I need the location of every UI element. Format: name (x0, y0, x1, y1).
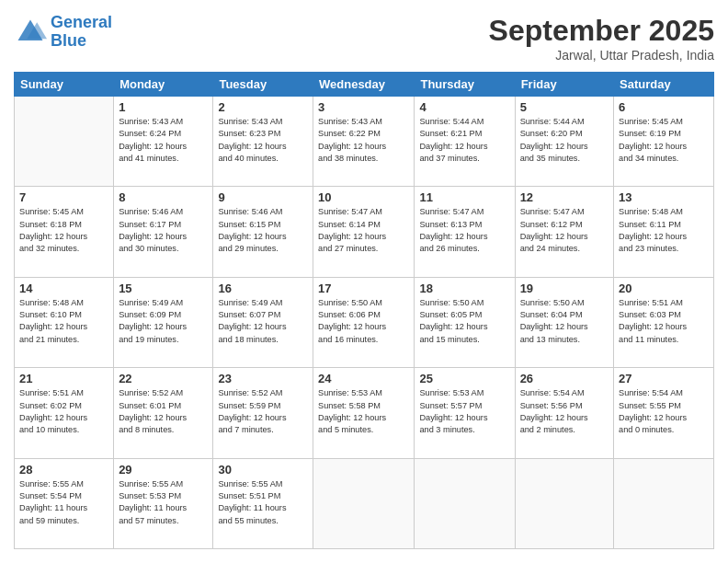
day-number: 6 (619, 100, 709, 114)
day-info: Sunrise: 5:49 AMSunset: 6:09 PMDaylight:… (119, 297, 208, 346)
calendar-cell: 29Sunrise: 5:55 AMSunset: 5:53 PMDayligh… (114, 458, 213, 548)
day-number: 22 (119, 372, 208, 385)
day-info: Sunrise: 5:55 AMSunset: 5:51 PMDaylight:… (218, 478, 308, 527)
calendar-cell: 21Sunrise: 5:51 AMSunset: 6:02 PMDayligh… (15, 368, 114, 458)
calendar-cell: 23Sunrise: 5:52 AMSunset: 5:59 PMDayligh… (213, 368, 313, 458)
day-info: Sunrise: 5:54 AMSunset: 5:56 PMDaylight:… (520, 387, 609, 436)
day-info: Sunrise: 5:47 AMSunset: 6:12 PMDaylight:… (520, 206, 609, 255)
day-info: Sunrise: 5:43 AMSunset: 6:22 PMDaylight:… (318, 116, 409, 165)
day-info: Sunrise: 5:50 AMSunset: 6:05 PMDaylight:… (419, 297, 509, 346)
week-row-2: 7Sunrise: 5:45 AMSunset: 6:18 PMDaylight… (15, 187, 714, 277)
calendar-cell: 26Sunrise: 5:54 AMSunset: 5:56 PMDayligh… (515, 368, 613, 458)
calendar-cell: 18Sunrise: 5:50 AMSunset: 6:05 PMDayligh… (415, 277, 515, 367)
calendar-cell: 17Sunrise: 5:50 AMSunset: 6:06 PMDayligh… (313, 277, 415, 367)
day-info: Sunrise: 5:52 AMSunset: 6:01 PMDaylight:… (119, 387, 208, 436)
calendar-cell: 6Sunrise: 5:45 AMSunset: 6:19 PMDaylight… (614, 97, 714, 187)
day-info: Sunrise: 5:46 AMSunset: 6:17 PMDaylight:… (119, 206, 208, 255)
calendar-cell: 2Sunrise: 5:43 AMSunset: 6:23 PMDaylight… (213, 97, 313, 187)
logo: General Blue (14, 14, 112, 51)
calendar-cell: 3Sunrise: 5:43 AMSunset: 6:22 PMDaylight… (313, 97, 415, 187)
calendar-cell (313, 458, 415, 548)
calendar-cell: 9Sunrise: 5:46 AMSunset: 6:15 PMDaylight… (213, 187, 313, 277)
calendar-cell: 19Sunrise: 5:50 AMSunset: 6:04 PMDayligh… (515, 277, 613, 367)
day-info: Sunrise: 5:43 AMSunset: 6:24 PMDaylight:… (119, 116, 208, 165)
day-number: 1 (119, 100, 208, 114)
day-number: 29 (119, 463, 208, 477)
day-number: 3 (318, 100, 409, 114)
calendar-body: 1Sunrise: 5:43 AMSunset: 6:24 PMDaylight… (15, 97, 714, 549)
day-number: 21 (19, 372, 108, 385)
weekday-saturday: Saturday (614, 73, 714, 97)
day-info: Sunrise: 5:44 AMSunset: 6:20 PMDaylight:… (520, 116, 609, 165)
weekday-header: SundayMondayTuesdayWednesdayThursdayFrid… (15, 73, 714, 97)
day-info: Sunrise: 5:52 AMSunset: 5:59 PMDaylight:… (218, 387, 308, 436)
calendar-cell: 16Sunrise: 5:49 AMSunset: 6:07 PMDayligh… (213, 277, 313, 367)
weekday-sunday: Sunday (15, 73, 114, 97)
calendar-cell (415, 458, 515, 548)
day-number: 24 (318, 372, 409, 385)
day-info: Sunrise: 5:51 AMSunset: 6:02 PMDaylight:… (19, 387, 108, 436)
day-number: 2 (218, 100, 308, 114)
header: General Blue September 2025 Jarwal, Utta… (14, 14, 714, 63)
day-info: Sunrise: 5:50 AMSunset: 6:04 PMDaylight:… (520, 297, 609, 346)
weekday-tuesday: Tuesday (213, 73, 313, 97)
day-info: Sunrise: 5:49 AMSunset: 6:07 PMDaylight:… (218, 297, 308, 346)
day-number: 15 (119, 282, 208, 295)
day-number: 10 (318, 190, 409, 204)
weekday-friday: Friday (515, 73, 613, 97)
day-info: Sunrise: 5:48 AMSunset: 6:10 PMDaylight:… (19, 297, 108, 346)
logo-icon (14, 16, 47, 49)
day-number: 11 (419, 190, 509, 204)
calendar-cell (15, 97, 114, 187)
month-title: September 2025 (489, 14, 714, 48)
day-number: 4 (419, 100, 509, 114)
week-row-1: 1Sunrise: 5:43 AMSunset: 6:24 PMDaylight… (15, 97, 714, 187)
calendar-cell: 1Sunrise: 5:43 AMSunset: 6:24 PMDaylight… (114, 97, 213, 187)
calendar-cell: 24Sunrise: 5:53 AMSunset: 5:58 PMDayligh… (313, 368, 415, 458)
day-info: Sunrise: 5:48 AMSunset: 6:11 PMDaylight:… (619, 206, 709, 255)
day-info: Sunrise: 5:47 AMSunset: 6:14 PMDaylight:… (318, 206, 409, 255)
title-block: September 2025 Jarwal, Uttar Pradesh, In… (489, 14, 714, 63)
calendar-cell (515, 458, 613, 548)
day-number: 9 (218, 190, 308, 204)
day-info: Sunrise: 5:46 AMSunset: 6:15 PMDaylight:… (218, 206, 308, 255)
calendar-cell (614, 458, 714, 548)
day-number: 28 (19, 463, 108, 477)
day-info: Sunrise: 5:55 AMSunset: 5:54 PMDaylight:… (19, 478, 108, 527)
calendar-cell: 15Sunrise: 5:49 AMSunset: 6:09 PMDayligh… (114, 277, 213, 367)
week-row-4: 21Sunrise: 5:51 AMSunset: 6:02 PMDayligh… (15, 368, 714, 458)
calendar-cell: 4Sunrise: 5:44 AMSunset: 6:21 PMDaylight… (415, 97, 515, 187)
weekday-wednesday: Wednesday (313, 73, 415, 97)
day-number: 26 (520, 372, 609, 385)
day-number: 30 (218, 463, 308, 477)
day-number: 20 (619, 282, 709, 295)
calendar-cell: 13Sunrise: 5:48 AMSunset: 6:11 PMDayligh… (614, 187, 714, 277)
calendar-cell: 30Sunrise: 5:55 AMSunset: 5:51 PMDayligh… (213, 458, 313, 548)
weekday-monday: Monday (114, 73, 213, 97)
day-info: Sunrise: 5:53 AMSunset: 5:58 PMDaylight:… (318, 387, 409, 436)
calendar-cell: 25Sunrise: 5:53 AMSunset: 5:57 PMDayligh… (415, 368, 515, 458)
day-number: 23 (218, 372, 308, 385)
day-info: Sunrise: 5:45 AMSunset: 6:19 PMDaylight:… (619, 116, 709, 165)
day-number: 8 (119, 190, 208, 204)
day-info: Sunrise: 5:47 AMSunset: 6:13 PMDaylight:… (419, 206, 509, 255)
day-info: Sunrise: 5:51 AMSunset: 6:03 PMDaylight:… (619, 297, 709, 346)
day-info: Sunrise: 5:45 AMSunset: 6:18 PMDaylight:… (19, 206, 108, 255)
calendar: SundayMondayTuesdayWednesdayThursdayFrid… (14, 72, 714, 549)
calendar-cell: 8Sunrise: 5:46 AMSunset: 6:17 PMDaylight… (114, 187, 213, 277)
day-number: 7 (19, 190, 108, 204)
calendar-cell: 11Sunrise: 5:47 AMSunset: 6:13 PMDayligh… (415, 187, 515, 277)
week-row-5: 28Sunrise: 5:55 AMSunset: 5:54 PMDayligh… (15, 458, 714, 548)
calendar-cell: 22Sunrise: 5:52 AMSunset: 6:01 PMDayligh… (114, 368, 213, 458)
day-number: 19 (520, 282, 609, 295)
day-number: 18 (419, 282, 509, 295)
day-info: Sunrise: 5:54 AMSunset: 5:55 PMDaylight:… (619, 387, 709, 436)
day-number: 5 (520, 100, 609, 114)
day-info: Sunrise: 5:50 AMSunset: 6:06 PMDaylight:… (318, 297, 409, 346)
week-row-3: 14Sunrise: 5:48 AMSunset: 6:10 PMDayligh… (15, 277, 714, 367)
calendar-cell: 27Sunrise: 5:54 AMSunset: 5:55 PMDayligh… (614, 368, 714, 458)
day-number: 12 (520, 190, 609, 204)
day-info: Sunrise: 5:43 AMSunset: 6:23 PMDaylight:… (218, 116, 308, 165)
day-info: Sunrise: 5:55 AMSunset: 5:53 PMDaylight:… (119, 478, 208, 527)
day-number: 25 (419, 372, 509, 385)
